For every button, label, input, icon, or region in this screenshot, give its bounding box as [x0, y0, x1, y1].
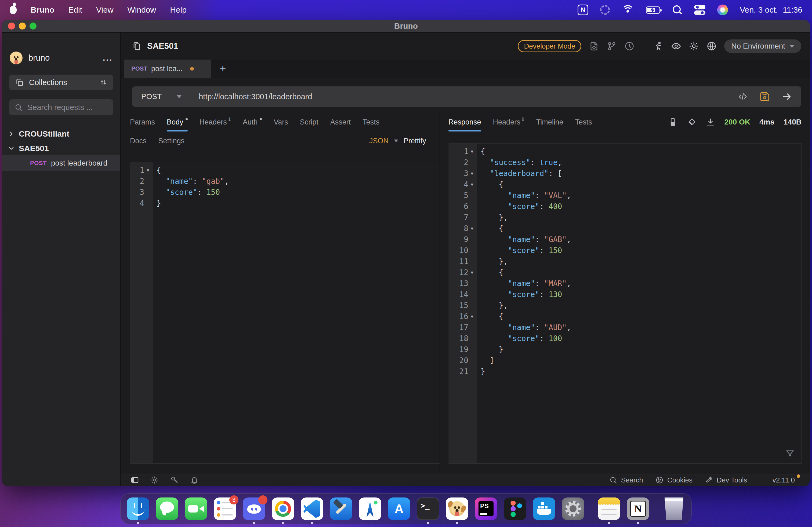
- menu-help[interactable]: Help: [170, 5, 187, 15]
- code-text[interactable]: "score": 400: [477, 201, 562, 212]
- tab-timeline[interactable]: Timeline: [536, 113, 563, 132]
- dock-terminal[interactable]: >_: [417, 497, 439, 520]
- code-text[interactable]: "leaderboard": [: [477, 168, 562, 179]
- method-caret-icon[interactable]: [177, 95, 182, 98]
- tab-tests[interactable]: Tests: [362, 113, 379, 132]
- menu-clock[interactable]: Ven. 3 oct. 11:36: [740, 5, 802, 15]
- eraser-icon[interactable]: [687, 117, 697, 127]
- file-code-icon[interactable]: [589, 41, 599, 51]
- preferences-gear-icon[interactable]: [150, 476, 159, 484]
- dock-notes[interactable]: [598, 497, 620, 520]
- code-text[interactable]: {: [153, 165, 161, 176]
- collections-header[interactable]: Collections: [9, 75, 113, 90]
- developer-mode-badge[interactable]: Developer Mode: [518, 40, 581, 52]
- gear-icon[interactable]: [689, 41, 699, 51]
- code-text[interactable]: }: [477, 366, 485, 377]
- code-text[interactable]: "name": "GAB",: [477, 234, 571, 245]
- code-text[interactable]: },: [477, 256, 508, 267]
- history-clock-icon[interactable]: [624, 41, 635, 51]
- download-icon[interactable]: [706, 117, 715, 127]
- dock-trash[interactable]: [663, 497, 685, 520]
- code-text[interactable]: }: [153, 198, 161, 209]
- dock-android-studio[interactable]: [359, 497, 381, 520]
- control-center-icon[interactable]: [694, 5, 706, 15]
- code-slash-icon[interactable]: [737, 91, 748, 102]
- fold-arrow-icon[interactable]: ▾: [469, 179, 475, 190]
- tab-response[interactable]: Response: [448, 113, 481, 132]
- code-text[interactable]: },: [477, 300, 508, 311]
- collection-croustillant[interactable]: CROUStillant: [2, 126, 120, 142]
- git-branch-icon[interactable]: [607, 41, 617, 51]
- dock-app-store[interactable]: A: [388, 497, 410, 520]
- tab-post-leaderboard[interactable]: POST post lea...: [124, 60, 211, 78]
- code-text[interactable]: {: [477, 311, 503, 322]
- dock-phpstorm[interactable]: PS: [475, 497, 497, 520]
- new-tab-button[interactable]: +: [211, 60, 235, 78]
- dock-xcode[interactable]: [330, 497, 352, 520]
- tab-assert[interactable]: Assert: [330, 113, 351, 132]
- tab-params[interactable]: Params: [130, 113, 155, 132]
- code-text[interactable]: "score": 100: [477, 333, 562, 344]
- search-requests-input[interactable]: Search requests ...: [9, 99, 113, 115]
- dock-finder[interactable]: [127, 497, 149, 520]
- code-text[interactable]: ]: [477, 355, 494, 366]
- menu-app-name[interactable]: Bruno: [31, 5, 54, 15]
- tab-headers[interactable]: Headers8: [493, 113, 524, 132]
- dock-vscode[interactable]: [301, 497, 323, 520]
- body-mode-select[interactable]: JSON: [369, 137, 389, 145]
- tab-headers[interactable]: Headers1: [200, 113, 231, 132]
- sort-collections-icon[interactable]: [99, 78, 107, 86]
- prettify-button[interactable]: Prettify: [404, 137, 426, 145]
- dock-chrome[interactable]: [272, 497, 294, 520]
- dock-discord[interactable]: [243, 497, 265, 520]
- code-text[interactable]: },: [477, 212, 508, 223]
- dock-bruno[interactable]: [446, 497, 468, 520]
- fold-arrow-icon[interactable]: ▾: [469, 168, 475, 179]
- code-text[interactable]: "score": 150: [477, 245, 562, 256]
- tab-settings[interactable]: Settings: [158, 132, 185, 150]
- code-text[interactable]: {: [477, 179, 503, 190]
- sidebar-request-post-leaderboard[interactable]: POST post leaderboard: [2, 155, 120, 171]
- menu-view[interactable]: View: [96, 5, 113, 15]
- layout-panel-icon[interactable]: [668, 117, 678, 127]
- key-icon[interactable]: [170, 476, 179, 484]
- dock-docker[interactable]: [533, 497, 555, 520]
- code-text[interactable]: "score": 150: [153, 187, 220, 198]
- code-text[interactable]: "name": "MAR",: [477, 278, 571, 289]
- code-text[interactable]: "score": 130: [477, 289, 562, 300]
- window-titlebar[interactable]: Bruno: [2, 20, 810, 33]
- code-text[interactable]: "name": "VAL",: [477, 190, 571, 201]
- sidebar-toggle-icon[interactable]: [130, 476, 139, 484]
- filter-funnel-icon[interactable]: [785, 449, 795, 459]
- code-text[interactable]: "success": true,: [477, 157, 562, 168]
- code-text[interactable]: "name": "AUD",: [477, 322, 571, 333]
- fold-arrow-icon[interactable]: ▾: [469, 146, 475, 157]
- menu-window[interactable]: Window: [128, 5, 156, 15]
- runner-icon[interactable]: [653, 41, 664, 51]
- code-text[interactable]: }: [477, 344, 503, 355]
- fold-arrow-icon[interactable]: ▾: [145, 165, 151, 176]
- siri-icon[interactable]: [717, 4, 728, 15]
- globe-icon[interactable]: [707, 41, 717, 51]
- send-arrow-icon[interactable]: [781, 91, 792, 102]
- dock-facetime[interactable]: [185, 497, 207, 520]
- dock-system-settings[interactable]: [562, 497, 584, 520]
- method-select[interactable]: POST: [141, 92, 162, 101]
- app-version[interactable]: v2.11.0: [772, 476, 800, 484]
- response-body-editor[interactable]: 1▾{2 "success": true,3▾ "leaderboard": […: [448, 143, 801, 464]
- notion-menubar-icon[interactable]: N: [578, 4, 588, 15]
- code-text[interactable]: {: [477, 146, 485, 157]
- tab-script[interactable]: Script: [300, 113, 318, 132]
- request-body-editor[interactable]: 1▾{2 "name": "gab",3 "score": 1504}: [130, 162, 439, 464]
- environment-selector[interactable]: No Environment: [724, 40, 801, 53]
- dock-notion[interactable]: N: [627, 497, 649, 520]
- dock-messages[interactable]: [156, 497, 178, 520]
- statusbar-cookies[interactable]: Cookies: [655, 476, 693, 484]
- code-text[interactable]: {: [477, 267, 503, 278]
- tab-vars[interactable]: Vars: [274, 113, 288, 132]
- fold-arrow-icon[interactable]: ▾: [469, 311, 475, 322]
- dock-reminders[interactable]: 3: [214, 497, 236, 520]
- eye-icon[interactable]: [671, 41, 681, 51]
- fold-arrow-icon[interactable]: ▾: [469, 223, 475, 234]
- bell-icon[interactable]: [190, 476, 199, 484]
